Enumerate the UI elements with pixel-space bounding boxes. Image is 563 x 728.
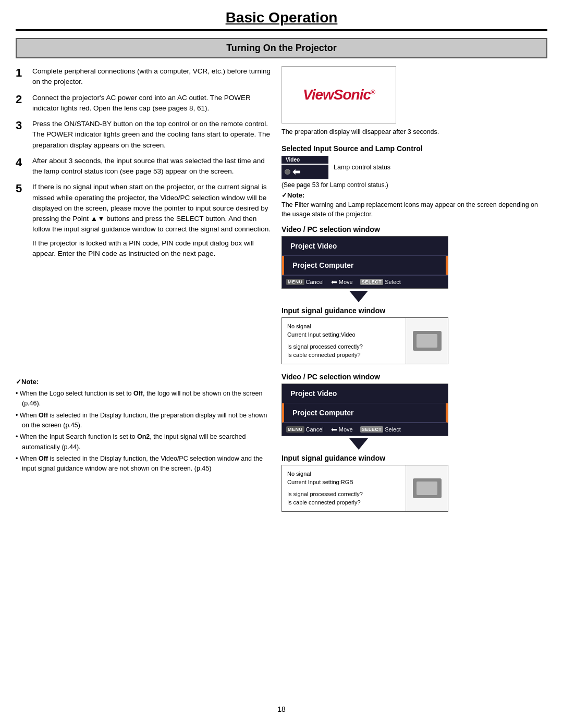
step-5-text-2: If the projector is locked with a PIN co… (32, 238, 271, 260)
vpc-move-btn-1[interactable]: ⬅ Move (331, 278, 353, 286)
step-5-number: 5 (16, 182, 32, 195)
isg-q2-1: Is cable connected properly? (287, 351, 400, 360)
step-5-text-1: If there is no signal input when start o… (32, 182, 271, 235)
main-content: 1 Complete peripheral connections (with … (16, 58, 547, 373)
vpc-window-2: Project Video Project Computer MENU Canc… (282, 384, 448, 436)
section-header: Turning On the Projector (16, 38, 547, 58)
isg-text-area-1: No signal Current Input setting:Video Is… (282, 318, 406, 364)
bottom-note-item-2: When Off is selected in the Display func… (16, 411, 271, 431)
isg-text-area-2: No signal Current Input setting:RGB Is s… (282, 465, 406, 511)
menu-box-1: MENU (286, 279, 304, 285)
select-label-1: Select (385, 279, 401, 285)
left-column: 1 Complete peripheral connections (with … (16, 64, 271, 373)
step-2: 2 Connect the projector's AC power cord … (16, 93, 271, 114)
step-4-text: After about 3 seconds, the input source … (32, 156, 271, 177)
note-label-1: ✓Note: (282, 191, 304, 199)
bottom-area: ✓Note: When the Logo select function is … (16, 373, 547, 520)
vpc-row-project-video-2: Project Video (282, 384, 448, 403)
step-2-text: Connect the projector's AC power cord in… (32, 93, 271, 114)
move-arrow-2: ⬅ (331, 425, 337, 434)
vpc-window-1: Project Video Project Computer MENU Canc… (282, 236, 448, 289)
menu-box-2: MENU (286, 426, 304, 433)
step-1: 1 Complete peripheral connections (with … (16, 66, 271, 88)
arrow-shape-2 (349, 438, 368, 450)
computer-device-icon (413, 478, 442, 498)
preparation-note: The preparation display will disappear a… (282, 128, 547, 137)
isg-q2-2: Is cable connected properly? (287, 498, 400, 507)
step-4: 4 After about 3 seconds, the input sourc… (16, 156, 271, 177)
isg-no-signal-1: No signal (287, 322, 400, 331)
bottom-note: ✓Note: When the Logo select function is … (16, 378, 271, 474)
step-5-text: If there is no signal input when start o… (32, 182, 271, 262)
lamp-indicator-row: Video ⬅ Lamp control status (282, 156, 547, 179)
lamp-see-note: (See page 53 for Lamp control status.) (282, 181, 547, 189)
viewsonic-logo-box: ViewSonic® (282, 66, 396, 124)
isg-window-1: No signal Current Input setting:Video Is… (282, 317, 448, 364)
vpc-select-btn-2[interactable]: SELECT Select (360, 426, 401, 433)
move-label-1: Move (339, 279, 353, 285)
viewsonic-logo: ViewSonic® (303, 87, 375, 103)
tv-device-icon (413, 331, 442, 351)
lamp-status-text: Lamp control status (334, 164, 390, 171)
isg-image-area-1 (406, 318, 448, 364)
vpc-cancel-btn-2[interactable]: MENU Cancel (286, 426, 324, 433)
isg-current-input-2: Current Input setting:RGB (287, 478, 400, 487)
isg-q1-2: Is signal processed correctly? (287, 490, 400, 499)
page-title-area: Basic Operation (16, 0, 547, 31)
video-label: Video (282, 156, 328, 164)
bottom-note-list: When the Logo select function is set to … (16, 389, 271, 474)
isg-no-signal-2: No signal (287, 470, 400, 478)
lamp-arrow-icon: ⬅ (292, 166, 300, 178)
lamp-circle-icon (285, 169, 290, 175)
page-number: 18 (0, 696, 563, 719)
isg-q1-1: Is signal processed correctly? (287, 342, 400, 351)
move-label-2: Move (339, 426, 353, 433)
bottom-left: ✓Note: When the Logo select function is … (16, 373, 271, 520)
arrow-shape-1 (349, 291, 368, 302)
step-3-number: 3 (16, 119, 32, 132)
bottom-note-item-4: When Off is selected in the Display func… (16, 454, 271, 474)
select-label-2: Select (385, 426, 401, 433)
section-header-text: Turning On the Projector (226, 43, 337, 53)
vpc-window2-label: Video / PC selection window (282, 373, 547, 381)
move-arrow-1: ⬅ (331, 278, 337, 286)
right-column: ViewSonic® The preparation display will … (282, 64, 547, 373)
bottom-right: Video / PC selection window Project Vide… (282, 373, 547, 520)
step-2-number: 2 (16, 93, 32, 106)
isg-image-area-2 (406, 465, 448, 511)
vpc-row-project-computer-1: Project Computer (282, 256, 448, 275)
vpc-row-project-computer-2: Project Computer (282, 403, 448, 423)
step-1-text: Complete peripheral connections (with a … (32, 66, 271, 88)
step-3-text: Press the ON/STAND-BY button on the top … (32, 119, 271, 151)
step-5: 5 If there is no signal input when start… (16, 182, 271, 262)
isg-window-2: No signal Current Input setting:RGB Is s… (282, 465, 448, 512)
vpc-toolbar-1: MENU Cancel ⬅ Move SELECT Select (282, 275, 448, 288)
isg-window2-label: Input signal guidance window (282, 454, 547, 462)
vpc-move-btn-2[interactable]: ⬅ Move (331, 425, 353, 434)
step-3: 3 Press the ON/STAND-BY button on the to… (16, 119, 271, 151)
isg-current-input-1: Current Input setting:Video (287, 330, 400, 339)
vpc-cancel-btn-1[interactable]: MENU Cancel (286, 279, 324, 285)
select-box-2: SELECT (360, 426, 384, 433)
select-box-1: SELECT (360, 279, 384, 285)
vpc-toolbar-2: MENU Cancel ⬅ Move SELECT Select (282, 423, 448, 436)
step-1-number: 1 (16, 66, 32, 80)
down-arrow-1 (282, 291, 547, 302)
cancel-label-1: Cancel (306, 279, 324, 285)
note-body-1: The Filter warning and Lamp replacement … (282, 200, 547, 219)
vpc-row-project-video-1: Project Video (282, 237, 448, 256)
selected-input-title: Selected Input Source and Lamp Control (282, 144, 547, 153)
page-title: Basic Operation (16, 9, 547, 26)
vpc-window1-label: Video / PC selection window (282, 225, 547, 233)
bottom-note-item-1: When the Logo select function is set to … (16, 389, 271, 409)
step-4-number: 4 (16, 156, 32, 169)
cancel-label-2: Cancel (306, 426, 324, 433)
bottom-note-item-3: When the Input Search function is set to… (16, 432, 271, 452)
down-arrow-2 (282, 438, 547, 450)
bottom-note-title: ✓Note: (16, 378, 271, 386)
vpc-select-btn-1[interactable]: SELECT Select (360, 279, 401, 285)
isg-window1-label: Input signal guidance window (282, 306, 547, 315)
